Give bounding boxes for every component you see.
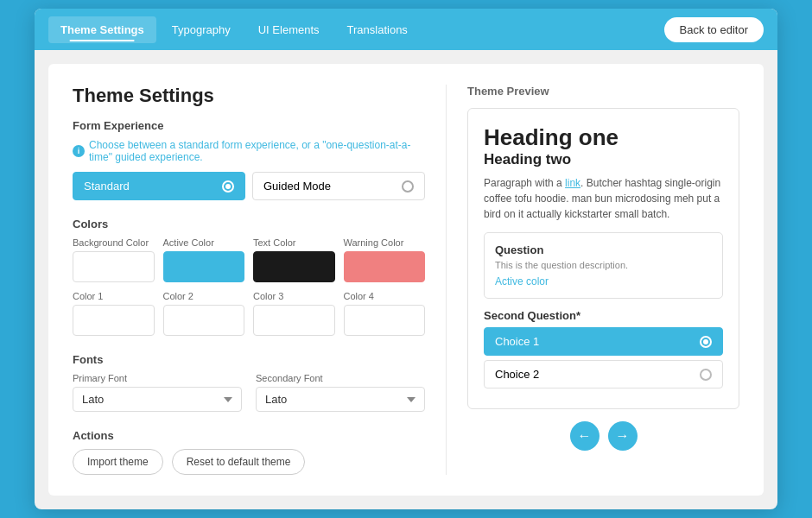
colors-grid: Background Color Active Color Text Color… (73, 237, 425, 336)
choice-1-option[interactable]: Choice 1 (484, 327, 723, 356)
preview-title: Theme Preview (467, 85, 739, 98)
color-1-label: Color 1 (73, 291, 155, 301)
secondary-font-item: Secondary Font Lato (256, 373, 425, 412)
nav-tabs: Theme Settings Typography UI Elements Tr… (48, 16, 420, 43)
main-content: Theme Settings Form Experience i Choose … (48, 64, 764, 496)
color-2-label: Color 2 (163, 291, 245, 301)
color-1: Color 1 (73, 291, 155, 336)
color-active-swatch[interactable] (163, 251, 245, 282)
secondary-font-select[interactable]: Lato (256, 387, 425, 412)
right-panel: Theme Preview Heading one Heading two Pa… (446, 85, 739, 475)
preview-active-color: Active color (495, 275, 712, 287)
color-text: Text Color (253, 237, 335, 282)
preview-paragraph: Paragraph with a link. Butcher hashtag s… (484, 175, 723, 222)
primary-font-select[interactable]: Lato (73, 387, 242, 412)
color-3-swatch[interactable] (253, 305, 335, 336)
color-3: Color 3 (253, 291, 335, 336)
preview-heading-one: Heading one (484, 124, 723, 151)
primary-font-label: Primary Font (73, 373, 242, 383)
import-theme-button[interactable]: Import theme (73, 449, 163, 475)
guided-mode-option[interactable]: Guided Mode (252, 172, 425, 200)
form-experience-options: Standard Guided Mode (73, 172, 425, 200)
colors-section: Colors Background Color Active Color Tex… (73, 218, 425, 336)
page-title: Theme Settings (73, 85, 425, 107)
left-panel: Theme Settings Form Experience i Choose … (73, 85, 446, 475)
fonts-row: Primary Font Lato Secondary Font Lato (73, 373, 425, 412)
choice-1-label: Choice 1 (495, 335, 539, 348)
preview-question-desc: This is the question description. (495, 260, 712, 270)
colors-label: Colors (73, 218, 425, 231)
standard-radio (222, 180, 234, 193)
primary-font-item: Primary Font Lato (73, 373, 242, 412)
choice-2-radio (700, 369, 712, 381)
back-to-editor-button[interactable]: Back to editor (664, 17, 764, 42)
actions-label: Actions (73, 429, 425, 442)
tab-typography[interactable]: Typography (160, 16, 243, 43)
color-2-swatch[interactable] (163, 305, 245, 336)
preview-question-block: Question This is the question descriptio… (484, 232, 723, 299)
secondary-font-label: Secondary Font (256, 373, 425, 383)
color-warning: Warning Color (344, 237, 426, 282)
preview-card: Heading one Heading two Paragraph with a… (467, 108, 739, 409)
preview-next-button[interactable]: → (608, 421, 638, 451)
info-text-content: Choose between a standard form experienc… (89, 139, 425, 163)
info-icon: i (73, 145, 85, 157)
standard-label: Standard (84, 180, 130, 193)
reset-theme-button[interactable]: Reset to default theme (172, 449, 306, 475)
actions-row: Import theme Reset to default theme (73, 449, 425, 475)
guided-label: Guided Mode (263, 180, 331, 193)
color-3-label: Color 3 (253, 291, 335, 301)
color-2: Color 2 (163, 291, 245, 336)
actions-section: Actions Import theme Reset to default th… (73, 429, 425, 475)
preview-question-title: Question (495, 243, 712, 256)
color-4-label: Color 4 (344, 291, 426, 301)
tab-translations[interactable]: Translations (335, 16, 420, 43)
tab-theme-settings[interactable]: Theme Settings (48, 16, 156, 43)
preview-para-link[interactable]: link (565, 177, 580, 189)
color-warning-label: Warning Color (344, 237, 426, 248)
color-active-label: Active Color (163, 237, 245, 248)
top-nav: Theme Settings Typography UI Elements Tr… (35, 9, 777, 50)
fonts-section: Fonts Primary Font Lato Secondary Font L… (73, 353, 425, 412)
preview-heading-two: Heading two (484, 151, 723, 168)
preview-second-question: Second Question* Choice 1 Choice 2 (484, 309, 723, 388)
color-background: Background Color (73, 237, 155, 282)
choice-2-label: Choice 2 (495, 368, 539, 381)
color-4-swatch[interactable] (344, 305, 426, 336)
form-experience-label: Form Experience (73, 119, 425, 132)
color-background-label: Background Color (73, 237, 155, 248)
fonts-label: Fonts (73, 353, 425, 366)
color-text-swatch[interactable] (253, 251, 335, 282)
form-experience-info: i Choose between a standard form experie… (73, 139, 425, 163)
standard-option[interactable]: Standard (73, 172, 245, 200)
choice-2-option[interactable]: Choice 2 (484, 360, 723, 388)
color-warning-swatch[interactable] (344, 251, 426, 282)
preview-second-question-title: Second Question* (484, 309, 723, 322)
guided-radio (402, 180, 414, 193)
choice-1-radio (700, 336, 712, 348)
color-4: Color 4 (344, 291, 426, 336)
preview-prev-button[interactable]: ← (570, 421, 599, 451)
tab-ui-elements[interactable]: UI Elements (246, 16, 332, 43)
color-text-label: Text Color (253, 237, 335, 248)
main-card: Theme Settings Typography UI Elements Tr… (35, 9, 777, 509)
color-1-swatch[interactable] (73, 305, 155, 336)
preview-para-start: Paragraph with a (484, 177, 565, 189)
color-background-swatch[interactable] (73, 251, 155, 282)
preview-nav-buttons: ← → (467, 421, 739, 451)
color-active: Active Color (163, 237, 245, 282)
